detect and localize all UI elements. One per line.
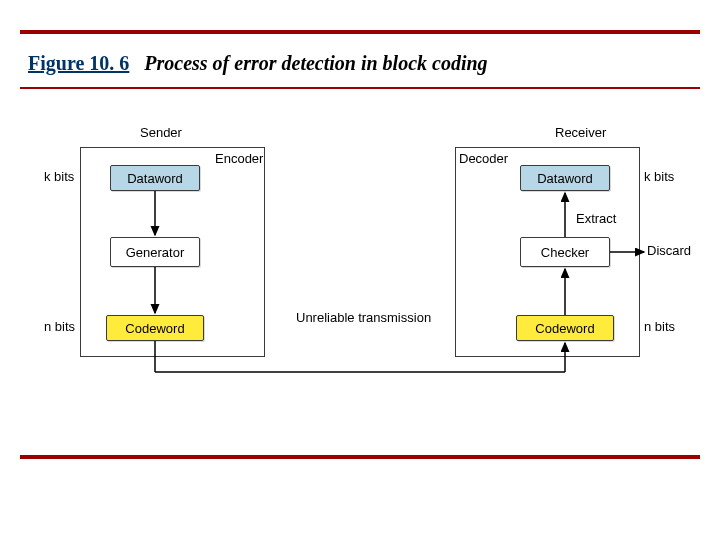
sender-codeword-text: Codeword xyxy=(125,321,184,336)
figure-title-row: Figure 10. 6 Process of error detection … xyxy=(0,34,720,87)
extract-label: Extract xyxy=(576,211,616,226)
receiver-codeword-text: Codeword xyxy=(535,321,594,336)
receiver-kbits: k bits xyxy=(644,169,674,184)
sender-nbits: n bits xyxy=(44,319,75,334)
receiver-checker: Checker xyxy=(520,237,610,267)
sender-dataword: Dataword xyxy=(110,165,200,191)
block-coding-diagram: Sender Receiver Encoder Decoder Dataword… xyxy=(0,107,720,397)
sender-title: Sender xyxy=(140,125,182,140)
receiver-nbits: n bits xyxy=(644,319,675,334)
receiver-codeword: Codeword xyxy=(516,315,614,341)
sender-codeword: Codeword xyxy=(106,315,204,341)
discard-label: Discard xyxy=(647,243,691,258)
bottom-rule xyxy=(20,455,700,459)
sender-kbits: k bits xyxy=(44,169,74,184)
sender-dataword-text: Dataword xyxy=(127,171,183,186)
receiver-checker-text: Checker xyxy=(541,245,589,260)
receiver-dataword: Dataword xyxy=(520,165,610,191)
receiver-dataword-text: Dataword xyxy=(537,171,593,186)
transmission-label: Unreliable transmission xyxy=(296,310,431,325)
sender-generator: Generator xyxy=(110,237,200,267)
figure-number: Figure 10. 6 xyxy=(28,52,129,74)
figure-caption: Process of error detection in block codi… xyxy=(144,52,487,74)
sender-generator-text: Generator xyxy=(126,245,185,260)
decoder-label: Decoder xyxy=(459,151,508,166)
encoder-label: Encoder xyxy=(215,151,263,166)
receiver-title: Receiver xyxy=(555,125,606,140)
mid-rule xyxy=(20,87,700,89)
